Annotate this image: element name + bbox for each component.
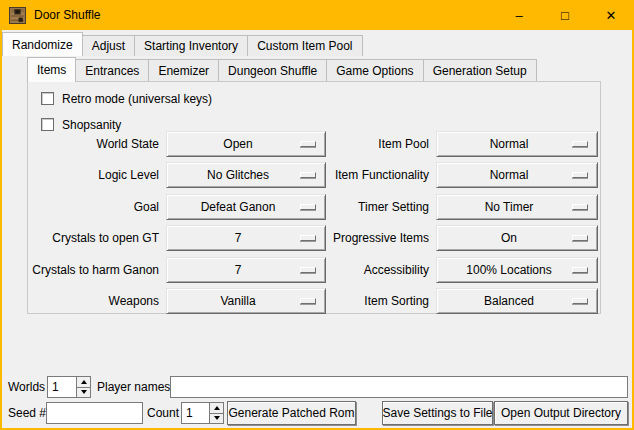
sub-tab-bar: Items Entrances Enemizer Dungeon Shuffle… [27, 57, 536, 82]
window-controls: – □ ✕ [496, 0, 634, 30]
count-input[interactable] [182, 403, 209, 423]
count-label: Count [147, 402, 179, 424]
dropdown-indicator-icon [572, 204, 588, 210]
dropdown-indicator-icon [300, 141, 316, 147]
crystals-open-gt-value: 7 [235, 231, 242, 245]
retro-mode-checkbox[interactable] [41, 92, 54, 105]
worlds-spinner-arrows [76, 377, 90, 397]
window-title: Door Shuffle [34, 8, 101, 22]
count-spinner [181, 402, 224, 424]
dropdown-indicator-icon [300, 298, 316, 304]
tab-game-options[interactable]: Game Options [326, 59, 423, 81]
dropdown-indicator-icon [572, 298, 588, 304]
crystals-harm-ganon-label: Crystals to harm Ganon [32, 263, 159, 277]
dropdown-indicator-icon [300, 204, 316, 210]
logic-level-label: Logic Level [98, 168, 159, 182]
world-state-dropdown[interactable]: Open [166, 131, 326, 157]
crystals-open-gt-dropdown[interactable]: 7 [166, 225, 326, 251]
item-functionality-dropdown[interactable]: Normal [436, 162, 598, 188]
tab-enemizer[interactable]: Enemizer [148, 59, 219, 81]
timer-setting-value: No Timer [485, 200, 534, 214]
tab-adjust[interactable]: Adjust [82, 35, 135, 56]
door-app-icon [9, 7, 26, 24]
item-pool-value: Normal [490, 137, 529, 151]
weapons-value: Vanilla [220, 294, 255, 308]
dropdown-indicator-icon [572, 141, 588, 147]
crystals-open-gt-label: Crystals to open GT [52, 231, 159, 245]
tab-custom-item-pool[interactable]: Custom Item Pool [247, 35, 362, 56]
tab-entrances[interactable]: Entrances [75, 59, 149, 81]
retro-mode-row: Retro mode (universal keys) [41, 91, 212, 106]
left-options-column: World State Open Logic Level No Glitches… [28, 128, 326, 317]
goal-dropdown[interactable]: Defeat Ganon [166, 194, 326, 220]
close-button[interactable]: ✕ [588, 0, 634, 30]
count-spinner-down-icon[interactable] [210, 414, 223, 424]
weapons-label: Weapons [109, 294, 159, 308]
item-pool-dropdown[interactable]: Normal [436, 131, 598, 157]
crystals-harm-ganon-row: Crystals to harm Ganon 7 [28, 254, 326, 286]
progressive-items-row: Progressive Items On [326, 223, 598, 255]
accessibility-dropdown[interactable]: 100% Locations [436, 257, 598, 283]
timer-setting-row: Timer Setting No Timer [326, 191, 598, 223]
item-pool-row: Item Pool Normal [326, 128, 598, 160]
world-state-row: World State Open [28, 128, 326, 160]
seed-input[interactable] [46, 402, 143, 424]
dropdown-indicator-icon [300, 267, 316, 273]
tab-dungeon-shuffle[interactable]: Dungeon Shuffle [218, 59, 327, 81]
worlds-input[interactable] [48, 377, 76, 397]
tab-randomize[interactable]: Randomize [2, 32, 83, 56]
tab-items[interactable]: Items [27, 57, 76, 82]
seed-label: Seed # [8, 402, 46, 424]
item-sorting-dropdown[interactable]: Balanced [436, 288, 598, 314]
dropdown-indicator-icon [572, 235, 588, 241]
accessibility-value: 100% Locations [466, 263, 551, 277]
world-state-value: Open [223, 137, 252, 151]
dropdown-indicator-icon [572, 267, 588, 273]
dropdown-indicator-icon [300, 172, 316, 178]
item-pool-label: Item Pool [378, 137, 429, 151]
weapons-dropdown[interactable]: Vanilla [166, 288, 326, 314]
tab-generation-setup[interactable]: Generation Setup [423, 59, 537, 81]
retro-mode-label: Retro mode (universal keys) [62, 92, 212, 106]
items-panel: Retro mode (universal keys) Shopsanity W… [27, 81, 601, 314]
worlds-spinner-down-icon[interactable] [77, 388, 90, 398]
accessibility-label: Accessibility [364, 263, 429, 277]
save-settings-button[interactable]: Save Settings to File [382, 401, 493, 425]
item-sorting-value: Balanced [484, 294, 534, 308]
timer-setting-dropdown[interactable]: No Timer [436, 194, 598, 220]
count-spinner-up-icon[interactable] [210, 403, 223, 414]
item-sorting-row: Item Sorting Balanced [326, 286, 598, 318]
item-functionality-value: Normal [490, 168, 529, 182]
world-state-label: World State [97, 137, 159, 151]
player-names-input[interactable] [170, 376, 628, 398]
goal-label: Goal [134, 200, 159, 214]
tab-starting-inventory[interactable]: Starting Inventory [134, 35, 248, 56]
titlebar: Door Shuffle – □ ✕ [0, 0, 634, 30]
timer-setting-label: Timer Setting [358, 200, 429, 214]
weapons-row: Weapons Vanilla [28, 286, 326, 318]
logic-level-row: Logic Level No Glitches [28, 160, 326, 192]
item-sorting-label: Item Sorting [364, 294, 429, 308]
count-spinner-arrows [209, 403, 223, 423]
worlds-spinner [47, 376, 91, 398]
goal-value: Defeat Ganon [201, 200, 276, 214]
dropdown-indicator-icon [300, 235, 316, 241]
crystals-harm-ganon-value: 7 [235, 263, 242, 277]
main-tab-bar: Randomize Adjust Starting Inventory Cust… [2, 32, 362, 56]
generate-patched-rom-button[interactable]: Generate Patched Rom [227, 401, 356, 425]
player-names-label: Player names [97, 376, 170, 398]
goal-row: Goal Defeat Ganon [28, 191, 326, 223]
progressive-items-label: Progressive Items [333, 231, 429, 245]
worlds-label: Worlds [8, 376, 45, 398]
crystals-harm-ganon-dropdown[interactable]: 7 [166, 257, 326, 283]
minimize-button[interactable]: – [496, 0, 542, 30]
maximize-button[interactable]: □ [542, 0, 588, 30]
progressive-items-dropdown[interactable]: On [436, 225, 598, 251]
worlds-spinner-up-icon[interactable] [77, 377, 90, 388]
accessibility-row: Accessibility 100% Locations [326, 254, 598, 286]
item-functionality-row: Item Functionality Normal [326, 160, 598, 192]
item-functionality-label: Item Functionality [335, 168, 429, 182]
open-output-directory-button[interactable]: Open Output Directory [494, 401, 628, 425]
logic-level-value: No Glitches [207, 168, 269, 182]
logic-level-dropdown[interactable]: No Glitches [166, 162, 326, 188]
